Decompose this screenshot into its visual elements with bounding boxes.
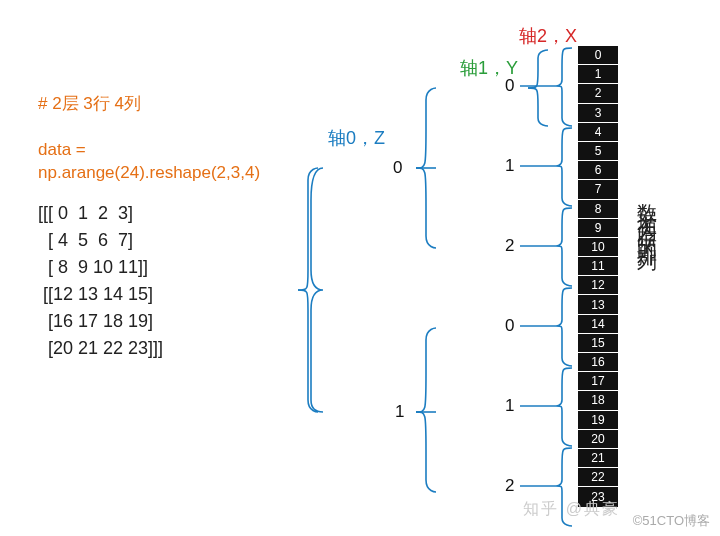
memory-cell: 14 <box>578 315 618 334</box>
node-z0: 0 <box>393 158 402 178</box>
node-y00: 0 <box>505 76 514 96</box>
matrix-row: [ 8 9 10 11]] <box>38 254 163 281</box>
matrix-row: [ 4 5 6 7] <box>38 227 163 254</box>
matrix-row: [[12 13 14 15] <box>38 281 163 308</box>
memory-cell: 21 <box>578 449 618 468</box>
memory-cell: 4 <box>578 123 618 142</box>
watermark-zhihu: 知乎 @典豪 <box>523 499 620 520</box>
code-comment: # 2层 3行 4列 <box>38 92 141 115</box>
memory-column: 0 1 2 3 4 5 6 7 8 9 10 11 12 13 14 15 16… <box>578 46 618 507</box>
memory-cell: 5 <box>578 142 618 161</box>
memory-cell: 15 <box>578 334 618 353</box>
memory-cell: 0 <box>578 46 618 65</box>
memory-cell: 12 <box>578 276 618 295</box>
memory-cell: 17 <box>578 372 618 391</box>
memory-cell: 8 <box>578 200 618 219</box>
memory-layout-label: 数据在内存中的排列 <box>634 188 661 242</box>
memory-cell: 11 <box>578 257 618 276</box>
node-y01: 1 <box>505 156 514 176</box>
matrix-row: [20 21 22 23]]] <box>38 335 163 362</box>
code-line-2: np.arange(24).reshape(2,3,4) <box>38 163 260 183</box>
matrix-row: [16 17 18 19] <box>38 308 163 335</box>
code-line-1: data = <box>38 140 86 160</box>
node-y02: 2 <box>505 236 514 256</box>
memory-cell: 19 <box>578 411 618 430</box>
matrix-row: [[[ 0 1 2 3] <box>38 200 163 227</box>
memory-cell: 13 <box>578 295 618 314</box>
memory-cell: 20 <box>578 430 618 449</box>
memory-cell: 18 <box>578 391 618 410</box>
memory-cell: 3 <box>578 104 618 123</box>
memory-cell: 10 <box>578 238 618 257</box>
memory-cell: 9 <box>578 219 618 238</box>
memory-cell: 6 <box>578 161 618 180</box>
axis2-label: 轴2，X <box>519 24 577 48</box>
matrix-output: [[[ 0 1 2 3] [ 4 5 6 7] [ 8 9 10 11]] [[… <box>38 200 163 362</box>
memory-cell: 22 <box>578 468 618 487</box>
node-y10: 0 <box>505 316 514 336</box>
memory-cell: 2 <box>578 84 618 103</box>
memory-cell: 7 <box>578 180 618 199</box>
node-y12: 2 <box>505 476 514 496</box>
axis0-label: 轴0，Z <box>328 126 385 150</box>
watermark-51cto: ©51CTO博客 <box>633 512 710 530</box>
memory-cell: 1 <box>578 65 618 84</box>
memory-cell: 16 <box>578 353 618 372</box>
node-y11: 1 <box>505 396 514 416</box>
node-z1: 1 <box>395 402 404 422</box>
